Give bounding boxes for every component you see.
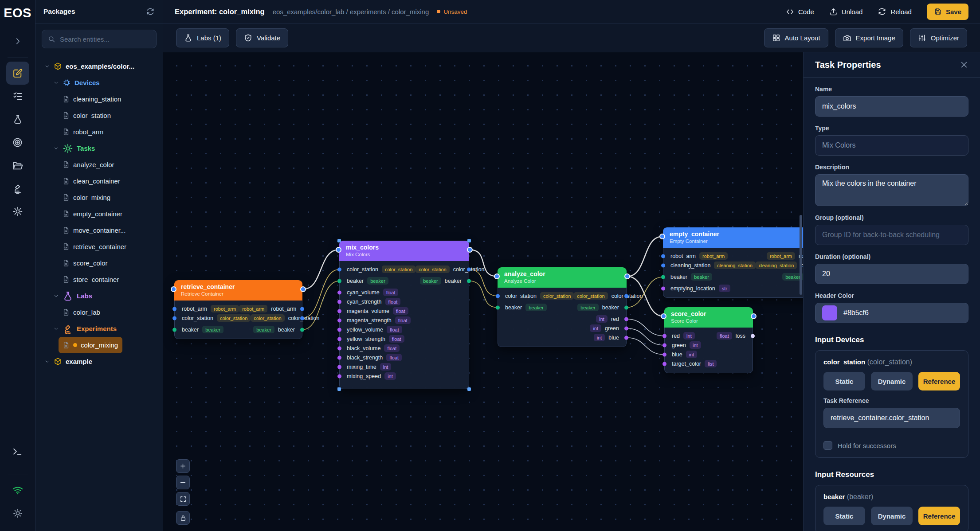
rail-item-files[interactable] — [6, 154, 29, 177]
input-port[interactable] — [337, 374, 341, 378]
tree-item-color-mixing[interactable]: color_mixing — [59, 337, 122, 353]
input-port[interactable] — [337, 365, 341, 369]
input-port[interactable] — [337, 346, 341, 350]
output-port[interactable] — [624, 317, 628, 321]
input-port[interactable] — [662, 352, 666, 356]
edge[interactable] — [469, 281, 498, 308]
selection-handle[interactable] — [337, 239, 341, 242]
node-header[interactable]: empty_containerEmpty Container — [663, 227, 803, 248]
input-port[interactable] — [337, 318, 341, 322]
edge[interactable] — [627, 328, 665, 345]
flow-in-port[interactable] — [171, 286, 176, 292]
rail-item-experiments[interactable] — [6, 177, 29, 200]
edge[interactable] — [302, 269, 340, 318]
theme-toggle[interactable] — [6, 502, 29, 525]
output-port[interactable] — [624, 294, 628, 298]
tree-item-retrieve-container[interactable]: retrieve_container — [59, 238, 131, 255]
edge[interactable] — [469, 269, 498, 296]
group-field[interactable] — [822, 231, 961, 239]
lock-button[interactable] — [176, 511, 190, 525]
input-port[interactable] — [661, 286, 665, 290]
output-port[interactable] — [300, 328, 304, 332]
static-button[interactable]: Static — [823, 507, 865, 525]
node-empty_container[interactable]: empty_containerEmpty Containerrobot_armr… — [663, 227, 803, 298]
input-port[interactable] — [496, 305, 500, 309]
reference-button[interactable]: Reference — [918, 507, 960, 525]
flow-out-port[interactable] — [624, 273, 630, 279]
name-field[interactable] — [822, 102, 961, 110]
input-port[interactable] — [337, 355, 341, 359]
dynamic-button[interactable]: Dynamic — [871, 507, 913, 525]
input-port[interactable] — [172, 307, 176, 311]
code-button[interactable]: Code — [786, 8, 814, 16]
tree-item-empty-container[interactable]: empty_container — [59, 206, 127, 222]
input-port[interactable] — [337, 300, 341, 304]
tree-item-eos-examples-color-[interactable]: eos_examples/color... — [41, 58, 139, 74]
flow-in-port[interactable] — [336, 247, 341, 253]
selection-handle[interactable] — [337, 387, 341, 391]
zoom-in-button[interactable] — [176, 459, 190, 473]
input-port[interactable] — [661, 254, 665, 258]
duration-field[interactable] — [822, 270, 961, 278]
selection-handle[interactable] — [467, 387, 471, 391]
close-panel-button[interactable] — [960, 60, 968, 69]
header-color-swatch[interactable] — [822, 305, 837, 320]
tree-item-robot-arm[interactable]: robot_arm — [59, 124, 108, 140]
output-port[interactable] — [467, 267, 471, 271]
node-mix_colors[interactable]: mix_colorsMix Colorscolor_stationcolor_s… — [339, 241, 469, 389]
header-color-field[interactable]: #8b5cf6 — [815, 303, 968, 323]
input-port[interactable] — [172, 316, 176, 320]
rail-item-optimization[interactable] — [6, 131, 29, 154]
input-port[interactable] — [662, 362, 666, 366]
tree-item-analyze-color[interactable]: analyze_color — [59, 156, 119, 173]
rail-item-tasks[interactable] — [6, 85, 29, 108]
flow-in-port[interactable] — [494, 273, 500, 279]
tree-item-cleaning-station[interactable]: cleaning_station — [59, 91, 125, 107]
edge[interactable] — [627, 237, 662, 277]
input-port[interactable] — [172, 328, 176, 332]
input-port[interactable] — [661, 275, 665, 279]
canvas-scrollbar[interactable] — [800, 215, 802, 295]
node-analyze_color[interactable]: analyze_colorAnalyze Colorcolor_stationc… — [498, 267, 627, 347]
description-field[interactable] — [815, 174, 968, 206]
node-score_color[interactable]: score_colorScore Colorredintfloatlossgre… — [664, 307, 753, 373]
output-port[interactable] — [300, 316, 304, 320]
refresh-button[interactable] — [146, 7, 155, 16]
hold-checkbox[interactable] — [823, 441, 832, 450]
input-port[interactable] — [337, 279, 341, 283]
rail-item-terminal[interactable] — [6, 440, 29, 463]
tree-item-move-container-[interactable]: move_container... — [59, 222, 130, 238]
node-header[interactable]: analyze_colorAnalyze Color — [498, 267, 627, 288]
node-canvas[interactable]: retrieve_containerRetrieve Containerrobo… — [163, 52, 803, 531]
validate-button[interactable]: Validate — [236, 28, 288, 47]
selection-handle[interactable] — [467, 239, 471, 242]
tree-item-tasks[interactable]: Tasks — [50, 140, 99, 156]
search-input[interactable] — [60, 35, 151, 43]
save-button[interactable]: Save — [927, 4, 968, 20]
node-header[interactable]: mix_colorsMix Colors — [339, 241, 469, 261]
edge[interactable] — [627, 319, 665, 336]
tree-item-example[interactable]: example — [41, 353, 97, 370]
rail-item-labs[interactable] — [6, 108, 29, 131]
tree-item-score-color[interactable]: score_color — [59, 255, 112, 271]
input-port[interactable] — [337, 290, 341, 294]
reference-button[interactable]: Reference — [918, 372, 960, 390]
flow-out-port[interactable] — [751, 313, 757, 319]
auto-layout-button[interactable]: Auto Layout — [764, 28, 828, 47]
fit-view-button[interactable] — [176, 492, 190, 506]
node-header[interactable]: retrieve_containerRetrieve Container — [174, 280, 302, 301]
unload-button[interactable]: Unload — [829, 8, 863, 16]
dynamic-button[interactable]: Dynamic — [871, 372, 913, 390]
tree-item-clean-container[interactable]: clean_container — [59, 173, 125, 189]
input-port[interactable] — [662, 343, 666, 347]
rail-item-editor[interactable] — [6, 62, 29, 85]
tree-item-color-mixing[interactable]: color_mixing — [59, 189, 115, 206]
tree-item-experiments[interactable]: Experiments — [50, 320, 121, 337]
tree-item-devices[interactable]: Devices — [50, 74, 104, 91]
flow-out-port[interactable] — [300, 286, 306, 292]
tree-item-color-station[interactable]: color_station — [59, 107, 115, 124]
output-port[interactable] — [467, 279, 471, 283]
rail-item-settings[interactable] — [6, 200, 29, 223]
export-image-button[interactable]: Export Image — [835, 28, 903, 47]
connection-status[interactable] — [6, 479, 29, 502]
